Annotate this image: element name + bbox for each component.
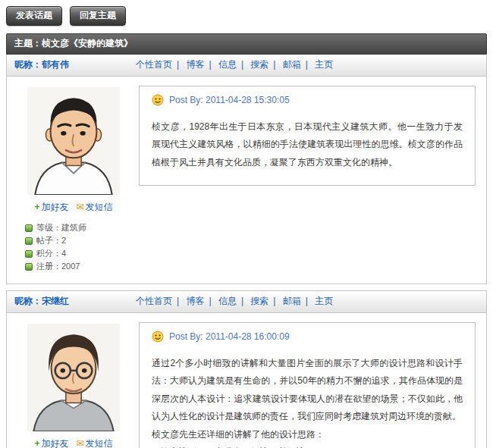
stat-level: 等级：建筑师 (25, 221, 130, 234)
nav-link-home[interactable]: 主页 (306, 296, 333, 306)
friend-actions: +加好友✉发短信 (17, 201, 130, 214)
stat-points: 积分：4 (25, 247, 130, 260)
envelope-icon: ✉ (76, 438, 83, 448)
postby-row: Post By: 2011-04-28 15:30:05 (152, 94, 463, 106)
nav-link-search[interactable]: 搜索 (241, 296, 268, 306)
user-nav-links: 个性首页博客信息搜索邮箱主页 (136, 295, 479, 308)
topic-title: 主题：桢文彦《安静的建筑》 (14, 38, 133, 49)
user-stats: 等级：建筑师 帖子：2 积分：4 注册：2007 (17, 221, 130, 273)
nav-link-profile[interactable]: 个性首页 (136, 59, 172, 70)
topic-title-bar: 主题：桢文彦《安静的建筑》 (6, 33, 487, 55)
post-body-text: 桢文彦，1928年出生于日本东京，日本现代主义建筑大师。他一生致力于发展现代主义… (152, 118, 463, 171)
post-content-box: Post By: 2011-04-28 15:30:05 桢文彦，1928年出生… (139, 86, 476, 186)
add-friend-icon: + (34, 438, 39, 448)
envelope-icon: ✉ (76, 202, 83, 212)
nav-link-profile[interactable]: 个性首页 (136, 296, 172, 306)
reply-topic-button[interactable]: 回复主题 (70, 6, 126, 26)
add-friend-icon: + (34, 202, 39, 212)
posts-icon (25, 237, 33, 245)
send-message-link[interactable]: ✉发短信 (76, 438, 112, 448)
post-content-column: Post By: 2011-04-28 16:00:09 通过2个多小时细致的讲… (136, 313, 486, 448)
post-timestamp: Post By: 2011-04-28 16:00:09 (169, 331, 290, 342)
post-body-row: +加好友✉发短信 等级：总建筑师 帖子：1 积分：9 注册：2002 (7, 313, 486, 448)
friend-actions: +加好友✉发短信 (17, 437, 130, 448)
post-header: 昵称：郁有伟 个性首页博客信息搜索邮箱主页 (7, 55, 486, 77)
smiley-icon (152, 94, 164, 106)
forum-post-2: 昵称：宋继红 个性首页博客信息搜索邮箱主页 (6, 290, 487, 448)
nav-link-info[interactable]: 信息 (209, 296, 236, 306)
stat-posts: 帖子：2 (25, 234, 130, 247)
post-timestamp: Post By: 2011-04-28 15:30:05 (169, 95, 290, 105)
user-nav-links: 个性首页博客信息搜索邮箱主页 (136, 58, 479, 71)
post-header: 昵称：宋继红 个性首页博客信息搜索邮箱主页 (7, 291, 486, 313)
add-friend-link[interactable]: +加好友 (34, 202, 68, 212)
send-message-link[interactable]: ✉发短信 (76, 202, 112, 212)
user-info-column: +加好友✉发短信 等级：建筑师 帖子：2 积分：4 注册：2007 (7, 77, 136, 284)
registered-icon (25, 263, 33, 271)
thread-toolbar: 发表话题 回复主题 (6, 6, 487, 26)
post-body-text: 通过2个多小时细致的讲解和大量图片全面的展示了大师的设计思路和设计手法：大师认为… (152, 355, 463, 448)
post-content-box: Post By: 2011-04-28 16:00:09 通过2个多小时细致的讲… (139, 322, 476, 448)
points-icon (25, 250, 33, 258)
nav-link-info[interactable]: 信息 (209, 59, 236, 70)
forum-thread-page: 发表话题 回复主题 主题：桢文彦《安静的建筑》 昵称：郁有伟 个性首页博客信息搜… (0, 0, 493, 448)
nav-link-home[interactable]: 主页 (306, 59, 333, 70)
nav-link-mail[interactable]: 邮箱 (273, 59, 300, 70)
nickname-area: 昵称：宋继红 (14, 295, 136, 308)
avatar (27, 87, 120, 195)
nav-link-search[interactable]: 搜索 (241, 59, 268, 70)
user-info-column: +加好友✉发短信 等级：总建筑师 帖子：1 积分：9 注册：2002 (7, 313, 136, 448)
forum-post-1: 昵称：郁有伟 个性首页博客信息搜索邮箱主页 (6, 55, 487, 284)
post-content-column: Post By: 2011-04-28 15:30:05 桢文彦，1928年出生… (136, 77, 486, 198)
add-friend-link[interactable]: +加好友 (34, 438, 68, 448)
nickname-area: 昵称：郁有伟 (14, 58, 136, 71)
nickname-label: 昵称：宋继红 (14, 296, 69, 306)
nickname-label: 昵称：郁有伟 (14, 59, 69, 70)
level-icon (25, 224, 33, 232)
avatar-image-female (27, 324, 120, 431)
postby-row: Post By: 2011-04-28 16:00:09 (152, 331, 463, 343)
smiley-icon (152, 331, 164, 343)
post-topic-button[interactable]: 发表话题 (6, 6, 62, 26)
avatar-image-male (27, 87, 120, 195)
nav-link-blog[interactable]: 博客 (177, 296, 204, 306)
nav-link-mail[interactable]: 邮箱 (273, 296, 300, 306)
nav-link-blog[interactable]: 博客 (177, 59, 204, 70)
avatar (27, 324, 120, 431)
post-body-row: +加好友✉发短信 等级：建筑师 帖子：2 积分：4 注册：2007 (7, 77, 486, 284)
stat-registered: 注册：2007 (25, 260, 130, 273)
